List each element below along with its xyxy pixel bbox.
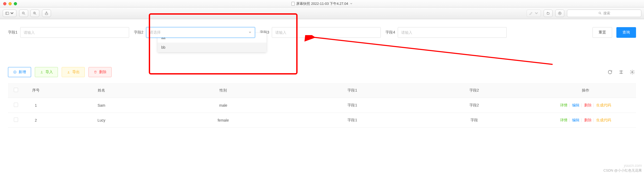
op-delete[interactable]: 删除 [583, 118, 593, 122]
window-title: 屏幕快照 2022-11-03 下午4.27.04 [296, 1, 348, 6]
search-placeholder: 搜索 [603, 11, 610, 16]
op-detail[interactable]: 详情 [559, 103, 569, 107]
cell-index: 1 [24, 98, 48, 113]
trash-icon [94, 70, 97, 74]
svg-line-3 [24, 14, 25, 15]
col-ops: 操作 [535, 83, 636, 98]
search-input[interactable]: 搜索 [567, 10, 641, 17]
svg-point-12 [599, 12, 601, 14]
export-button[interactable]: 导出 [62, 67, 85, 77]
filter2-select[interactable]: 请选择 [146, 27, 255, 38]
cell-f2: 字段2 [413, 98, 535, 113]
filter3-input[interactable] [272, 27, 381, 38]
annotation-arrow [298, 35, 563, 67]
table-row: 2 Lucy female 字段1 字段 详情| 编辑| 删除| 生成代码 [8, 113, 636, 128]
select-all-checkbox[interactable] [14, 88, 18, 92]
markup-pen-button[interactable] [527, 10, 541, 17]
svg-line-6 [35, 14, 36, 15]
filter-row: 字段1 字段2 请选择 字段3 字段4 重置 查询 [8, 27, 636, 38]
refresh-button[interactable] [607, 69, 613, 75]
col-f1: 字段1 [291, 83, 413, 98]
cell-f2: 字段 [413, 113, 535, 128]
cell-ops: 详情| 编辑| 删除| 生成代码 [535, 98, 636, 113]
op-detail[interactable]: 详情 [559, 118, 569, 122]
op-edit[interactable]: 编辑 [571, 118, 581, 122]
cell-gender: male [155, 98, 291, 113]
svg-point-23 [632, 72, 633, 73]
query-button[interactable]: 查询 [616, 27, 636, 38]
cell-gender: female [155, 113, 291, 128]
cell-f1: 字段1 [291, 98, 413, 113]
table-row: 1 Sam male 字段1 字段2 详情| 编辑| 删除| 生成代码 [8, 98, 636, 113]
rotate-button[interactable] [544, 10, 553, 17]
filter4-label: 字段4 [385, 30, 395, 35]
add-button[interactable]: 新增 [8, 67, 31, 77]
minimize-window-button[interactable] [9, 2, 12, 5]
actions-row: 新增 导入 导出 删除 [8, 67, 636, 77]
share-button[interactable] [42, 10, 51, 17]
zoom-in-button[interactable] [30, 10, 39, 17]
row-checkbox[interactable] [14, 118, 18, 122]
op-generate-code[interactable]: 生成代码 [595, 103, 612, 107]
window-titlebar: 屏幕快照 2022-11-03 下午4.27.04 [0, 0, 644, 7]
row-checkbox[interactable] [14, 103, 18, 107]
settings-button[interactable] [630, 69, 635, 75]
dropdown-option-bb[interactable]: bb [158, 43, 266, 52]
delete-button[interactable]: 删除 [88, 67, 112, 77]
markup-toolbar-button[interactable] [555, 10, 564, 17]
filter2-placeholder: 请选择 [150, 30, 161, 35]
cell-ops: 详情| 编辑| 删除| 生成代码 [535, 113, 636, 128]
sidebar-toggle-button[interactable] [3, 10, 16, 17]
op-edit[interactable]: 编辑 [571, 103, 581, 107]
data-table: 序号 姓名 性别 字段1 字段2 操作 1 Sam male 字段1 字段2 详… [8, 83, 636, 128]
zoom-out-button[interactable] [19, 10, 28, 17]
filter4-input[interactable] [398, 27, 507, 38]
density-button[interactable] [618, 69, 624, 75]
svg-rect-0 [6, 12, 9, 14]
document-icon [291, 2, 295, 6]
close-window-button[interactable] [3, 2, 6, 5]
op-delete[interactable]: 删除 [583, 103, 593, 107]
table-header-row: 序号 姓名 性别 字段1 字段2 操作 [8, 83, 636, 98]
cell-f1: 字段1 [291, 113, 413, 128]
col-index: 序号 [24, 83, 48, 98]
filter2-label: 字段2 [134, 30, 143, 35]
upload-icon [67, 70, 70, 74]
import-button[interactable]: 导入 [35, 67, 58, 77]
col-f2: 字段2 [413, 83, 535, 98]
svg-line-13 [600, 14, 601, 14]
svg-line-14 [313, 37, 553, 64]
filter1-label: 字段1 [8, 30, 18, 35]
download-icon [40, 70, 44, 74]
maximize-window-button[interactable] [14, 2, 17, 5]
chevron-down-icon [248, 31, 252, 34]
reset-button[interactable]: 重置 [592, 27, 612, 38]
cell-name: Sam [48, 98, 155, 113]
svg-rect-10 [547, 13, 549, 14]
col-name: 姓名 [48, 83, 155, 98]
op-generate-code[interactable]: 生成代码 [595, 118, 612, 122]
filter1-input[interactable] [20, 27, 129, 38]
plus-circle-icon [13, 70, 17, 74]
cell-index: 2 [24, 113, 48, 128]
chevron-down-icon [350, 2, 353, 5]
preview-toolbar: 搜索 [0, 7, 644, 19]
col-gender: 性别 [155, 83, 291, 98]
cell-name: Lucy [48, 113, 155, 128]
